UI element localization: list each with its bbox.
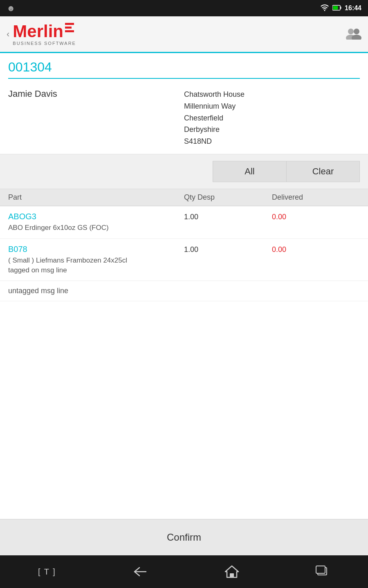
table-header: Part Qty Desp Delivered [0,189,368,206]
customer-address: Chatsworth House Millennium Way Chesterf… [184,89,360,147]
untagged-text: untagged msg line [8,287,360,295]
confirm-button[interactable]: Confirm [7,524,361,550]
item-part-col: ABOG3 ABO Erdinger 6x10oz GS (FOC) [8,212,184,233]
address-line2: Millennium Way [184,100,360,112]
address-line4: Derbyshire [184,124,360,136]
svg-rect-9 [230,573,234,577]
item-row[interactable]: B078 ( Small ) Liefmans Frambozen 24x25c… [0,239,368,281]
svg-rect-2 [333,6,338,9]
item-row[interactable]: ABOG3 ABO Erdinger 6x10oz GS (FOC) 1.00 … [0,206,368,239]
col-header-qty: Qty Desp [184,193,272,202]
logo-bar-2 [65,27,72,29]
nav-bar: [ T ] [0,555,368,588]
back-arrow-icon[interactable]: ‹ [7,29,9,40]
all-button[interactable]: All [213,161,286,182]
status-bar-right: 16:44 [320,4,361,12]
customer-section: Jamie Davis Chatsworth House Millennium … [0,82,368,154]
address-line5: S418ND [184,136,360,147]
logo-container: ‹ Merlin BUSINESS SOFTWARE [7,23,76,46]
battery-icon [332,5,341,12]
item-part-col: B078 ( Small ) Liefmans Frambozen 24x25c… [8,245,184,275]
item-delivered-2: 0.00 [272,245,360,254]
address-line3: Chesterfield [184,112,360,124]
logo-bar-1 [65,23,74,25]
android-icon: ☻ [7,4,15,13]
clear-button[interactable]: Clear [286,161,360,182]
status-bar: ☻ 16:44 [0,0,368,16]
status-bar-left: ☻ [7,4,15,13]
item-qty-1: 1.00 [184,212,272,221]
wifi-icon [320,4,329,12]
filter-buttons-section: All Clear [0,154,368,189]
logo-bar-3 [65,30,74,32]
main-content: 001304 Jamie Davis Chatsworth House Mill… [0,53,368,519]
item-qty-2: 1.00 [184,245,272,254]
confirm-section: Confirm [0,519,368,555]
svg-rect-1 [341,7,341,9]
content-spacer [0,301,368,519]
untagged-row: untagged msg line [0,281,368,301]
item-delivered-1: 0.00 [272,212,360,221]
nav-keyboard-button[interactable]: [ T ] [38,567,56,577]
logo-bars [65,23,74,34]
users-icon[interactable] [346,27,361,41]
order-divider [8,78,360,79]
svg-rect-11 [316,566,325,573]
col-header-delivered: Delivered [272,193,360,202]
nav-keyboard-label: [ T ] [38,567,56,577]
app-header: ‹ Merlin BUSINESS SOFTWARE [0,16,368,53]
logo-subtitle: BUSINESS SOFTWARE [13,41,76,46]
customer-name: Jamie Davis [8,89,184,147]
order-number: 001304 [8,60,360,75]
item-code-2: B078 [8,245,184,254]
col-header-part: Part [8,193,184,202]
address-line1: Chatsworth House [184,89,360,100]
order-section: 001304 [0,53,368,82]
svg-point-4 [354,29,359,34]
nav-recents-button[interactable] [315,565,330,578]
item-code-1: ABOG3 [8,212,184,221]
nav-back-button[interactable] [132,566,148,577]
nav-home-button[interactable] [224,565,239,578]
item-desc-2: ( Small ) Liefmans Frambozen 24x25cltagg… [8,256,184,275]
item-desc-1: ABO Erdinger 6x10oz GS (FOC) [8,223,184,233]
svg-point-3 [348,29,354,34]
status-time: 16:44 [345,4,361,12]
logo-wrap: Merlin BUSINESS SOFTWARE [13,23,76,46]
logo-text: Merlin [13,23,63,40]
